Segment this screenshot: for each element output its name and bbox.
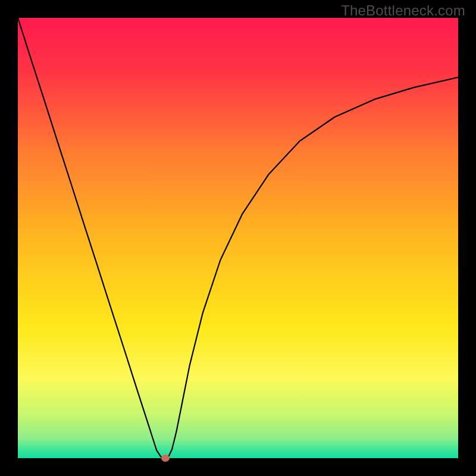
chart-plot [18, 18, 458, 458]
chart-background [18, 18, 458, 458]
chart-frame: TheBottleneck.com [0, 0, 476, 476]
min-point-marker [161, 455, 170, 462]
watermark-text: TheBottleneck.com [341, 2, 465, 19]
